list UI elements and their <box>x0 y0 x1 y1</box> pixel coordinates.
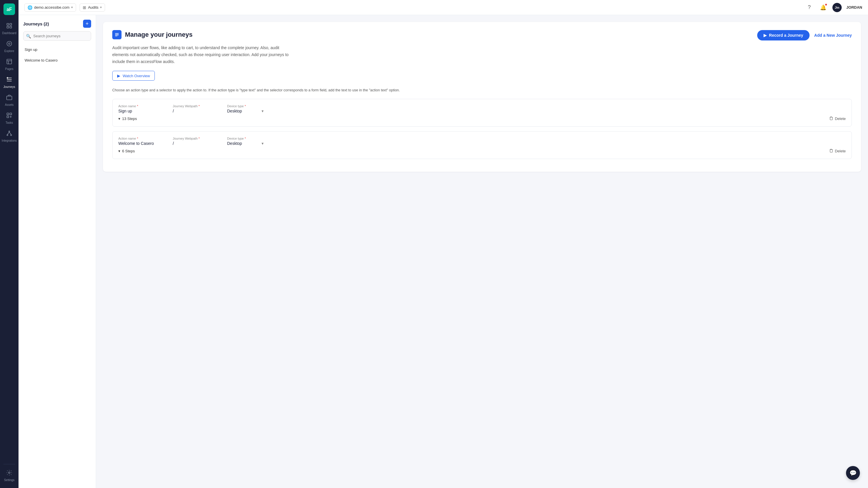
webpath-value-welcome: / <box>173 141 213 146</box>
svg-point-7 <box>8 43 10 44</box>
user-avatar[interactable]: Jm <box>832 3 842 12</box>
add-new-journey-button[interactable]: Add a New Journey <box>814 33 852 38</box>
field-device-type-welcome: Device type * Desktop ▾ <box>227 137 268 146</box>
svg-rect-13 <box>10 113 11 115</box>
sidebar-item-tasks[interactable]: Tasks <box>0 109 19 127</box>
steps-toggle-welcome[interactable]: ▾ 6 Steps <box>118 149 135 153</box>
settings-icon <box>6 469 12 477</box>
sidebar-item-integrations[interactable]: Integrations <box>0 127 19 145</box>
chevron-down-icon-signup: ▾ <box>118 117 120 121</box>
content-area: Manage your journeys ▶ Record a Journey … <box>96 15 868 488</box>
watch-overview-button[interactable]: ▶ Watch Overview <box>112 71 155 80</box>
journey-list-item-welcome[interactable]: Welcome to Casero <box>19 55 96 66</box>
search-input[interactable] <box>23 31 91 41</box>
sidebar-item-explore[interactable]: Explore <box>0 38 19 56</box>
svg-line-18 <box>7 132 9 134</box>
audits-chevron-icon: ▾ <box>100 5 102 9</box>
notifications-button[interactable]: 🔔 <box>818 3 828 12</box>
assets-icon <box>6 94 12 102</box>
search-box: 🔍 <box>23 31 91 41</box>
chat-icon: 💬 <box>849 469 857 477</box>
action-name-value-welcome: Welcome to Casero <box>118 141 159 146</box>
domain-selector[interactable]: 🌐 demo.accessibe.com ▾ <box>24 3 76 11</box>
field-action-name-welcome: Action name * Welcome to Casero <box>118 137 159 146</box>
record-journey-button[interactable]: ▶ Record a Journey <box>757 30 810 40</box>
svg-point-6 <box>7 41 12 46</box>
journey-card-welcome: Action name * Welcome to Casero Journey … <box>112 131 852 159</box>
journey-fields-signup: Action name * Sign up Journey Webpath * … <box>118 104 846 113</box>
svg-rect-14 <box>7 116 9 118</box>
help-icon: ? <box>808 4 811 10</box>
journey-card-signup-header: Action name * Sign up Journey Webpath * … <box>118 104 846 113</box>
journey-card-signup-footer: ▾ 13 Steps Delete <box>118 116 846 121</box>
action-name-value-signup: Sign up <box>118 109 159 113</box>
sidebar-item-assets[interactable]: Assets <box>0 91 19 109</box>
left-panel-title: Journeys (2) <box>23 22 49 26</box>
svg-rect-4 <box>7 26 9 28</box>
webpath-value-signup: / <box>173 109 213 113</box>
journey-fields-welcome: Action name * Welcome to Casero Journey … <box>118 137 846 146</box>
field-action-name-signup: Action name * Sign up <box>118 104 159 113</box>
svg-rect-3 <box>10 24 11 25</box>
device-type-chevron-welcome: ▾ <box>261 141 264 146</box>
journeys-icon <box>6 76 12 84</box>
main-layout: Journeys (2) + 🔍 Sign up Welcome to Case… <box>19 15 868 488</box>
explore-icon <box>6 40 12 48</box>
domain-text: demo.accessibe.com <box>34 5 69 9</box>
svg-text:aF: aF <box>7 7 12 12</box>
content-card: Manage your journeys ▶ Record a Journey … <box>103 22 861 172</box>
user-name[interactable]: JORDAN <box>846 5 862 9</box>
svg-rect-5 <box>10 26 11 28</box>
plus-icon: + <box>86 21 89 27</box>
left-panel: Journeys (2) + 🔍 Sign up Welcome to Case… <box>19 15 96 488</box>
globe-icon: 🌐 <box>28 5 32 10</box>
device-type-chevron-signup: ▾ <box>261 109 264 113</box>
journey-list: Sign up Welcome to Casero <box>19 44 96 488</box>
svg-rect-8 <box>7 59 12 64</box>
svg-point-17 <box>11 135 12 136</box>
dashboard-icon <box>6 23 12 30</box>
device-type-value-welcome: Desktop <box>227 141 242 146</box>
sidebar-item-pages[interactable]: Pages <box>0 56 19 73</box>
steps-toggle-signup[interactable]: ▾ 13 Steps <box>118 117 137 121</box>
play-icon: ▶ <box>117 73 120 78</box>
audits-text: Audits <box>88 5 98 9</box>
field-webpath-signup: Journey Webpath * / <box>173 104 213 113</box>
audits-selector[interactable]: ⊞ Audits ▾ <box>80 3 105 11</box>
sidebar-item-dashboard[interactable]: Dashboard <box>0 20 19 38</box>
tasks-icon <box>6 112 12 120</box>
hint-text: Choose an action type and a selector to … <box>112 88 852 93</box>
svg-rect-12 <box>7 113 9 115</box>
topbar: 🌐 demo.accessibe.com ▾ ⊞ Audits ▾ ? 🔔 Jm… <box>19 0 868 15</box>
audits-icon: ⊞ <box>83 5 86 10</box>
add-journey-button[interactable]: + <box>83 20 91 28</box>
pages-icon <box>6 58 12 66</box>
chat-widget[interactable]: 💬 <box>846 466 860 480</box>
sidebar-item-settings[interactable]: Settings <box>0 466 19 485</box>
card-description: Audit important user flows, like adding … <box>112 44 292 65</box>
delete-button-welcome[interactable]: Delete <box>829 149 846 154</box>
device-type-value-signup: Desktop <box>227 109 242 113</box>
chevron-down-icon-welcome: ▾ <box>118 149 120 153</box>
search-icon: 🔍 <box>26 34 31 38</box>
trash-icon-signup <box>829 116 833 121</box>
card-icon <box>112 30 122 39</box>
sidebar-divider <box>3 464 15 464</box>
card-actions: ▶ Record a Journey Add a New Journey <box>757 30 852 40</box>
left-panel-header: Journeys (2) + <box>19 15 96 31</box>
app-logo[interactable]: aF <box>3 3 15 15</box>
sidebar-bottom: Settings <box>0 462 19 485</box>
journey-card-signup: Action name * Sign up Journey Webpath * … <box>112 99 852 127</box>
integrations-icon <box>6 130 12 138</box>
domain-chevron-icon: ▾ <box>71 5 73 9</box>
delete-button-signup[interactable]: Delete <box>829 116 846 121</box>
svg-point-15 <box>9 131 10 132</box>
journey-card-welcome-footer: ▾ 6 Steps Delete <box>118 149 846 154</box>
journey-card-welcome-header: Action name * Welcome to Casero Journey … <box>118 137 846 146</box>
trash-icon-welcome <box>829 149 833 154</box>
sidebar-item-journeys[interactable]: Journeys <box>0 73 19 91</box>
card-title: Manage your journeys <box>125 31 193 38</box>
help-button[interactable]: ? <box>805 3 814 12</box>
journey-list-item-signup[interactable]: Sign up <box>19 44 96 55</box>
topbar-right: ? 🔔 Jm JORDAN <box>805 3 862 12</box>
